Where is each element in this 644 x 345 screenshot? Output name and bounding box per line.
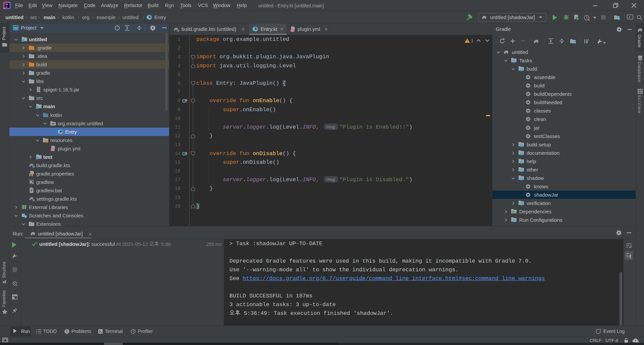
svg-text:?: ?	[635, 339, 637, 342]
